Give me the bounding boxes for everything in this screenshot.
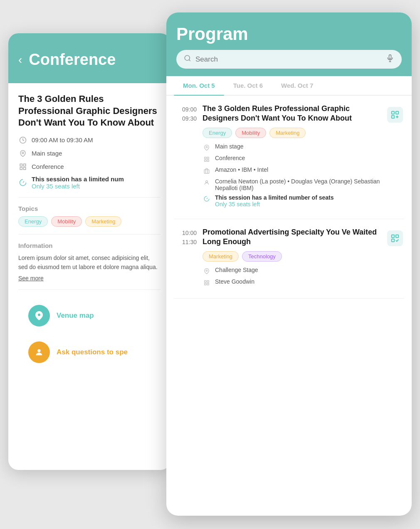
session-1-time: 09:00 09:30: [174, 104, 197, 210]
session-item-2: 10:00 11:30 Promotional Advertising Spec…: [174, 219, 404, 299]
session-2-tag-marketing: Marketing: [203, 251, 239, 262]
session-1-tag-energy: Energy: [203, 128, 232, 138]
back-seats-left: Only 35 seats left: [32, 183, 124, 190]
search-input[interactable]: [195, 55, 382, 64]
building-icon: [203, 167, 211, 175]
svg-rect-32: [392, 239, 394, 242]
add-to-agenda-button-2[interactable]: [387, 230, 403, 246]
back-session-time: 09:00 AM to 09:30 AM: [32, 136, 93, 143]
back-card-header: ‹ Conference: [8, 33, 170, 83]
svg-rect-28: [207, 283, 209, 285]
svg-rect-29: [205, 283, 206, 285]
back-tags-row: Energy Mobility Marketing: [18, 216, 161, 227]
venue-map-action[interactable]: Venue map: [18, 297, 161, 334]
session-2-add-button[interactable]: [386, 229, 404, 247]
topics-label: Topics: [18, 205, 161, 212]
session-2-category: Steve Goodwin: [203, 278, 380, 287]
back-card: ‹ Conference The 3 Golden Rules Professi…: [8, 33, 170, 470]
svg-rect-31: [396, 235, 398, 237]
session-1-limited: This session has a limited number of sea…: [203, 194, 380, 208]
see-more-link[interactable]: See more: [18, 275, 44, 282]
tag-energy: Energy: [18, 216, 48, 227]
back-card-body: The 3 Golden Rules Professional Graphic …: [8, 83, 170, 371]
search-icon: [184, 54, 191, 64]
venue-map-label: Venue map: [57, 311, 94, 320]
ask-questions-action[interactable]: Ask questions to spe: [18, 334, 161, 371]
session-1-add-button[interactable]: [386, 106, 404, 124]
session-2-title: Promotional Advertising Specialty You Ve…: [203, 227, 380, 247]
sessions-list: 09:00 09:30 The 3 Golden Rules Professio…: [166, 96, 412, 516]
svg-rect-10: [389, 55, 391, 59]
svg-rect-5: [20, 167, 22, 169]
grid-icon-1: [203, 155, 211, 163]
clock-icon: [18, 136, 27, 145]
svg-line-9: [189, 59, 190, 61]
gauge-icon-1: [203, 195, 211, 203]
session-1-title: The 3 Golden Rules Professional Graphic …: [203, 104, 380, 124]
svg-point-1: [22, 152, 24, 153]
search-bar[interactable]: [176, 50, 402, 69]
svg-rect-15: [207, 157, 209, 159]
svg-point-6: [38, 314, 40, 316]
back-session-time-row: 09:00 AM to 09:30 AM: [18, 136, 161, 145]
front-header: Program: [166, 12, 412, 76]
svg-rect-14: [205, 157, 206, 159]
tab-tue-oct6[interactable]: Tue. Oct 6: [224, 76, 272, 95]
svg-rect-30: [392, 235, 394, 237]
front-card: Program Mon. Oct 5 Tue. Oct 6 Wed. Oct 7…: [166, 12, 412, 516]
back-session-category: Conference: [32, 163, 64, 170]
tab-mon-oct5[interactable]: Mon. Oct 5: [174, 76, 224, 95]
ask-questions-label: Ask questions to spe: [57, 348, 128, 356]
svg-rect-26: [205, 280, 206, 282]
microphone-icon[interactable]: [386, 54, 394, 64]
session-2-tag-technology: Technology: [242, 251, 282, 262]
divider-2: [18, 234, 161, 235]
category-icon: [18, 162, 27, 171]
session-1-tags: Energy Mobility Marketing: [203, 128, 380, 138]
session-1-content: The 3 Golden Rules Professional Graphic …: [203, 104, 380, 210]
tabs-row: Mon. Oct 5 Tue. Oct 6 Wed. Oct 7: [166, 76, 412, 96]
svg-rect-18: [204, 170, 209, 173]
location-pin-icon: [18, 149, 27, 158]
add-to-agenda-button-1[interactable]: [387, 107, 403, 123]
tab-wed-oct7[interactable]: Wed. Oct 7: [272, 76, 322, 95]
session-2-time: 10:00 11:30: [174, 227, 197, 290]
svg-rect-16: [207, 160, 209, 161]
svg-rect-27: [207, 280, 209, 282]
pin-icon-2: [203, 267, 211, 275]
session-1-tag-marketing: Marketing: [269, 128, 306, 138]
divider-3: [18, 289, 161, 290]
svg-point-19: [206, 180, 208, 183]
back-session-seats-row: This session has a limited num Only 35 s…: [18, 176, 161, 190]
svg-point-7: [37, 349, 40, 352]
back-session-category-row: Conference: [18, 162, 161, 171]
svg-rect-4: [24, 167, 26, 169]
venue-map-icon-circle: [28, 305, 50, 326]
pin-icon: [203, 143, 211, 152]
svg-point-25: [206, 270, 208, 272]
session-1-speakers: Cornelia Newton (La poste) • Douglas Veg…: [203, 178, 380, 191]
session-1-category: Conference: [203, 155, 380, 163]
information-label: Information: [18, 242, 161, 249]
back-card-title: Conference: [29, 51, 116, 69]
grid-icon-2: [203, 279, 211, 287]
session-1-sponsors: Amazon • IBM • Intel: [203, 166, 380, 175]
divider-1: [18, 197, 161, 198]
session-1-tag-mobility: Mobility: [235, 128, 266, 138]
tag-mobility: Mobility: [51, 216, 82, 227]
information-text: Lorem ipsum dolor sit amet, consec adipi…: [18, 253, 161, 272]
svg-point-8: [185, 55, 190, 60]
svg-rect-20: [392, 111, 394, 114]
session-1-location: Main stage: [203, 143, 380, 152]
svg-rect-22: [392, 116, 394, 118]
svg-rect-17: [205, 160, 206, 161]
svg-rect-3: [24, 164, 26, 166]
back-button[interactable]: ‹: [18, 53, 22, 67]
back-session-location: Main stage: [32, 150, 62, 157]
svg-rect-21: [396, 111, 398, 114]
session-item-1: 09:00 09:30 The 3 Golden Rules Professio…: [174, 96, 404, 219]
person-icon-1: [203, 178, 211, 187]
ask-questions-icon-circle: [28, 341, 50, 363]
program-title: Program: [176, 24, 402, 44]
back-session-title: The 3 Golden Rules Professional Graphic …: [18, 93, 161, 129]
